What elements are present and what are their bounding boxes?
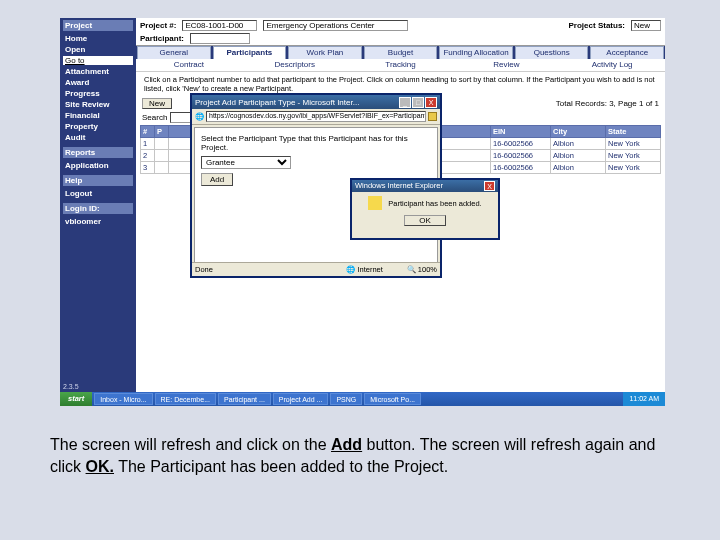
cell-ein: 16-6002566 <box>491 138 551 150</box>
tab-budget[interactable]: Budget <box>364 46 438 59</box>
alert-dialog: Windows Internet Explorer X Participant … <box>350 178 500 240</box>
task-item[interactable]: PSNG <box>330 393 362 405</box>
sidebar-help[interactable]: Help <box>63 175 133 186</box>
sidebar-award[interactable]: Award <box>63 77 133 88</box>
version-text: 2.3.5 <box>63 383 79 390</box>
start-button[interactable]: start <box>60 392 92 406</box>
col-city[interactable]: City <box>551 126 606 138</box>
slide-caption: The screen will refresh and click on the… <box>50 434 670 478</box>
cell-num: 3 <box>141 162 155 174</box>
caption-text: The Participant has been added to the Pr… <box>114 458 448 475</box>
ok-button[interactable]: OK <box>404 215 446 226</box>
project-status-label: Project Status: <box>569 21 625 30</box>
alert-message: Participant has been added. <box>388 199 481 208</box>
cell-city: Albion <box>551 162 606 174</box>
cell-num: 1 <box>141 138 155 150</box>
globe-icon: 🌐 <box>346 265 355 274</box>
caption-text: The screen will refresh and click on the <box>50 436 331 453</box>
sidebar-logout[interactable]: Logout <box>63 188 133 199</box>
sidebar-audit[interactable]: Audit <box>63 132 133 143</box>
project-no-label: Project #: <box>140 21 176 30</box>
task-item[interactable]: Inbox - Micro... <box>94 393 152 405</box>
sidebar-home[interactable]: Home <box>63 33 133 44</box>
col-num[interactable]: # <box>141 126 155 138</box>
subtab-activitylog[interactable]: Activity Log <box>559 59 665 71</box>
lock-icon <box>428 112 437 121</box>
cell-ein: 16-6002566 <box>491 150 551 162</box>
task-item[interactable]: Microsoft Po... <box>364 393 421 405</box>
task-item[interactable]: Project Add ... <box>273 393 329 405</box>
zoom-value[interactable]: 100% <box>418 265 437 274</box>
alert-close-icon[interactable]: X <box>484 181 495 191</box>
cell-city: Albion <box>551 138 606 150</box>
task-item[interactable]: RE: Decembe... <box>155 393 216 405</box>
subtab-descriptors[interactable]: Descriptors <box>242 59 348 71</box>
sidebar: Project Home Open Go to Attachment Award… <box>60 18 136 406</box>
tab-workplan[interactable]: Work Plan <box>288 46 362 59</box>
sidebar-progress[interactable]: Progress <box>63 88 133 99</box>
login-label: Login ID: <box>63 203 133 214</box>
tab-participants[interactable]: Participants <box>213 46 287 59</box>
sidebar-title: Project <box>63 20 133 31</box>
popup-instruction: Select the Participant Type that this Pa… <box>201 134 431 152</box>
tab-row-1: General Participants Work Plan Budget Fu… <box>136 46 665 59</box>
tab-funding[interactable]: Funding Allocation <box>439 46 513 59</box>
sidebar-goto-link[interactable]: Go to <box>63 56 133 65</box>
search-label: Search <box>142 113 167 122</box>
subtab-contract[interactable]: Contract <box>136 59 242 71</box>
header: Project #: EC08-1001-D00 Emergency Opera… <box>136 18 665 46</box>
warning-icon <box>368 196 382 210</box>
col-state[interactable]: State <box>606 126 661 138</box>
project-no-field[interactable]: EC08-1001-D00 <box>182 20 257 31</box>
cell-city: Albion <box>551 150 606 162</box>
ie-favicon-icon: 🌐 <box>195 112 204 121</box>
alert-title-text: Windows Internet Explorer <box>355 181 443 191</box>
subtab-review[interactable]: Review <box>453 59 559 71</box>
new-button[interactable]: New <box>142 98 172 109</box>
status-done: Done <box>195 265 213 274</box>
url-field[interactable]: https://cognosdev.dos.ny.gov/ibi_apps/WF… <box>206 111 426 122</box>
caption-ok: OK. <box>86 458 114 475</box>
cell-state: New York <box>606 162 661 174</box>
cell-state: New York <box>606 138 661 150</box>
minimize-icon[interactable]: _ <box>399 97 411 108</box>
records-text: Total Records: 3, Page 1 of 1 <box>556 99 659 108</box>
sidebar-application[interactable]: Application <box>63 160 133 171</box>
popup-title-text: Project Add Participant Type - Microsoft… <box>195 98 359 107</box>
sidebar-financial[interactable]: Financial <box>63 110 133 121</box>
cell-ein: 16-6002566 <box>491 162 551 174</box>
subtab-tracking[interactable]: Tracking <box>348 59 454 71</box>
tab-acceptance[interactable]: Acceptance <box>590 46 664 59</box>
tab-row-2: Contract Descriptors Tracking Review Act… <box>136 59 665 72</box>
system-tray[interactable]: 11:02 AM <box>623 392 665 406</box>
zoom-icon[interactable]: 🔍 <box>407 265 416 274</box>
login-id: vbloomer <box>63 216 133 227</box>
close-icon[interactable]: X <box>425 97 437 108</box>
alert-titlebar: Windows Internet Explorer X <box>352 180 498 192</box>
sidebar-reports: Reports <box>63 147 133 158</box>
caption-add: Add <box>331 436 362 453</box>
cell-state: New York <box>606 150 661 162</box>
sidebar-property[interactable]: Property <box>63 121 133 132</box>
project-name-field[interactable]: Emergency Operations Center <box>263 20 408 31</box>
sidebar-open[interactable]: Open <box>63 44 133 55</box>
participant-label: Participant: <box>140 34 184 43</box>
project-status-field[interactable]: New <box>631 20 661 31</box>
maximize-icon[interactable]: □ <box>412 97 424 108</box>
popup-titlebar: Project Add Participant Type - Microsoft… <box>192 95 440 109</box>
tab-questions[interactable]: Questions <box>515 46 589 59</box>
status-internet: Internet <box>357 265 382 274</box>
sidebar-site-review[interactable]: Site Review <box>63 99 133 110</box>
participant-field[interactable] <box>190 33 250 44</box>
col-p[interactable]: P <box>155 126 169 138</box>
sidebar-attachment[interactable]: Attachment <box>63 66 133 77</box>
add-button[interactable]: Add <box>201 173 233 186</box>
col-ein[interactable]: EIN <box>491 126 551 138</box>
clock: 11:02 AM <box>629 395 659 402</box>
cell-num: 2 <box>141 150 155 162</box>
app-screenshot: Project Home Open Go to Attachment Award… <box>60 18 665 406</box>
task-item[interactable]: Participant ... <box>218 393 271 405</box>
address-bar: 🌐 https://cognosdev.dos.ny.gov/ibi_apps/… <box>192 109 440 125</box>
participant-type-select[interactable]: Grantee <box>201 156 291 169</box>
tab-general[interactable]: General <box>137 46 211 59</box>
